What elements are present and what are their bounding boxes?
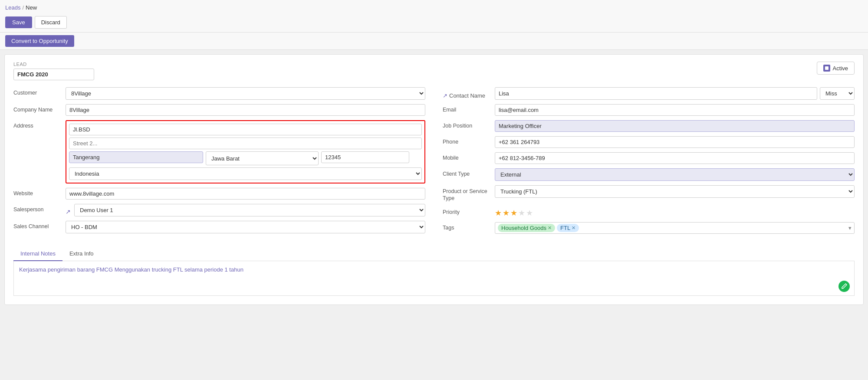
star-1[interactable]: ★: [495, 208, 502, 218]
phone-input[interactable]: [495, 136, 855, 148]
breadcrumb: Leads / New: [5, 3, 863, 13]
action-bar: Save Discard: [5, 13, 863, 32]
breadcrumb-separator: /: [22, 4, 24, 11]
tags-row: Tags Household Goods ✕ FTL ✕ ▾: [443, 222, 855, 234]
product-service-row: Product or Service Type Trucking (FTL) T…: [443, 185, 855, 202]
product-service-select[interactable]: Trucking (FTL) Trucking (LTL) Warehousin…: [495, 185, 855, 198]
tab-internal-notes[interactable]: Internal Notes: [13, 247, 62, 261]
email-label: Email: [443, 104, 495, 113]
mobile-field: [495, 152, 855, 164]
address-country-row: Indonesia Malaysia Singapore: [69, 167, 422, 180]
address-label: Address: [13, 120, 66, 129]
address-zip-input[interactable]: [321, 151, 409, 163]
address-street2-input[interactable]: [69, 138, 422, 149]
contact-first-name-input[interactable]: [495, 87, 817, 100]
priority-field: ★ ★ ★ ★ ★: [495, 206, 855, 218]
tag-ftl-remove[interactable]: ✕: [572, 225, 575, 231]
main-form: Lead Active Customer 8Village: [4, 54, 864, 305]
salesperson-select[interactable]: Demo User 1: [74, 204, 425, 216]
contact-name-label-wrapper: ↗ Contact Name: [443, 87, 495, 99]
website-input[interactable]: [66, 188, 425, 200]
status-text: Active: [833, 65, 848, 72]
form-header: Lead Active: [13, 62, 855, 80]
contact-name-row: ↗ Contact Name Miss Mr. Mrs. Dr.: [443, 87, 855, 100]
contact-salutation-select[interactable]: Miss Mr. Mrs. Dr.: [820, 87, 855, 100]
form-header-left: Lead: [13, 62, 94, 80]
star-3[interactable]: ★: [510, 208, 517, 218]
convert-to-opportunity-button[interactable]: Convert to Opportunity: [5, 35, 74, 47]
mobile-label: Mobile: [443, 152, 495, 161]
discard-button[interactable]: Discard: [35, 16, 67, 29]
client-type-row: Client Type External Internal: [443, 168, 855, 181]
website-label: Website: [13, 188, 66, 197]
product-service-label: Product or Service Type: [443, 185, 495, 202]
status-icon: [823, 65, 830, 72]
star-4[interactable]: ★: [518, 208, 525, 218]
address-country-select[interactable]: Indonesia Malaysia Singapore: [69, 167, 422, 180]
company-name-field: [66, 104, 425, 116]
svg-rect-0: [825, 66, 829, 70]
status-badge[interactable]: Active: [817, 62, 855, 75]
tab-extra-info[interactable]: Extra Info: [62, 247, 101, 261]
name-row: Miss Mr. Mrs. Dr.: [495, 87, 855, 100]
lead-title-input[interactable]: [13, 69, 94, 80]
address-street1-input[interactable]: [69, 124, 422, 135]
contact-link-icon[interactable]: ↗: [443, 92, 447, 99]
breadcrumb-leads[interactable]: Leads: [5, 4, 20, 11]
client-type-label: Client Type: [443, 168, 495, 177]
tags-field: Household Goods ✕ FTL ✕ ▾: [495, 222, 855, 234]
phone-field: [495, 136, 855, 148]
job-position-input[interactable]: [495, 120, 855, 132]
phone-label: Phone: [443, 136, 495, 145]
star-2[interactable]: ★: [503, 208, 510, 218]
tags-label: Tags: [443, 222, 495, 231]
address-field: Jawa Barat Jawa Tengah Jawa Timur DKI Ja…: [66, 120, 425, 183]
website-row: Website: [13, 188, 425, 200]
tag-household-remove[interactable]: ✕: [548, 225, 552, 231]
priority-row: Priority ★ ★ ★ ★ ★: [443, 206, 855, 218]
contact-name-field: Miss Mr. Mrs. Dr.: [495, 87, 855, 100]
email-field: [495, 104, 855, 116]
customer-select[interactable]: 8Village: [66, 87, 425, 100]
tag-household-goods: Household Goods ✕: [498, 224, 555, 232]
tabs-bar: Internal Notes Extra Info: [13, 247, 855, 261]
star-5[interactable]: ★: [526, 208, 533, 218]
breadcrumb-current: New: [26, 4, 37, 11]
notes-edit-button[interactable]: [838, 281, 850, 292]
address-block: Jawa Barat Jawa Tengah Jawa Timur DKI Ja…: [66, 120, 425, 183]
customer-label: Customer: [13, 87, 66, 96]
job-position-label: Job Position: [443, 120, 495, 129]
company-name-row: Company Name: [13, 104, 425, 116]
tags-dropdown-arrow[interactable]: ▾: [848, 225, 852, 231]
address-row2: Jawa Barat Jawa Tengah Jawa Timur DKI Ja…: [69, 151, 422, 165]
mobile-input[interactable]: [495, 152, 855, 164]
tags-container[interactable]: Household Goods ✕ FTL ✕ ▾: [495, 222, 855, 234]
job-position-field: [495, 120, 855, 132]
address-state-select[interactable]: Jawa Barat Jawa Tengah Jawa Timur DKI Ja…: [206, 151, 319, 165]
sales-channel-label: Sales Channel: [13, 221, 66, 229]
form-body: Customer 8Village Company Name Address: [13, 87, 855, 238]
job-position-row: Job Position: [443, 120, 855, 132]
salesperson-row: Salesperson ↗ Demo User 1: [13, 204, 425, 216]
notes-area: Kerjasama pengiriman barang FMCG Menggun…: [13, 261, 855, 296]
sales-channel-field: HO - BDM: [66, 221, 425, 233]
address-city-input[interactable]: [69, 151, 203, 163]
form-left-section: Customer 8Village Company Name Address: [13, 87, 425, 238]
tag-ftl-label: FTL: [560, 225, 570, 231]
priority-stars[interactable]: ★ ★ ★ ★ ★: [495, 206, 855, 218]
save-button[interactable]: Save: [5, 16, 32, 28]
address-row: Address Jawa Barat Jawa Tengah Jawa Timu…: [13, 120, 425, 183]
tag-household-label: Household Goods: [501, 225, 546, 231]
company-name-input[interactable]: [66, 104, 425, 116]
lead-section-label: Lead: [13, 62, 94, 67]
client-type-field: External Internal: [495, 168, 855, 181]
email-row: Email: [443, 104, 855, 116]
notes-text: Kerjasama pengiriman barang FMCG Menggun…: [19, 266, 243, 273]
website-field: [66, 188, 425, 200]
secondary-bar: Convert to Opportunity: [0, 33, 868, 50]
sales-channel-row: Sales Channel HO - BDM: [13, 221, 425, 233]
email-input[interactable]: [495, 104, 855, 116]
client-type-select[interactable]: External Internal: [495, 168, 855, 181]
sales-channel-select[interactable]: HO - BDM: [66, 221, 425, 233]
salesperson-link-icon[interactable]: ↗: [66, 206, 71, 215]
